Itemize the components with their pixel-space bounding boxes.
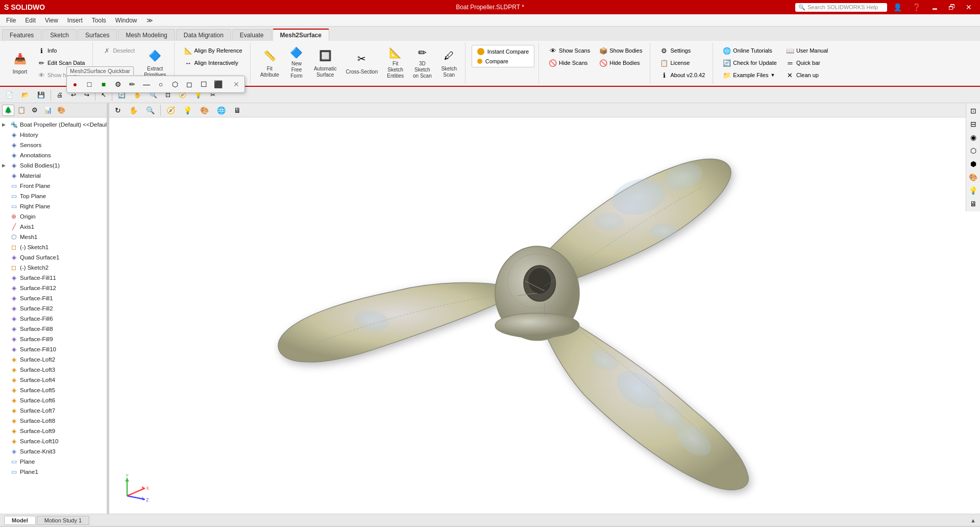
- check-update-button[interactable]: 🔄 Check for Update: [719, 57, 780, 68]
- qb-settings[interactable]: ⚙: [112, 78, 124, 90]
- tree-item-5[interactable]: ▭ Front Plane: [0, 181, 107, 191]
- view-tab-scene[interactable]: 💡: [968, 185, 979, 196]
- fm-tab-property[interactable]: 📋: [15, 105, 28, 116]
- menu-tools[interactable]: Tools: [88, 16, 110, 25]
- vt-pan[interactable]: ✋: [126, 105, 141, 116]
- qb-square[interactable]: ◻: [183, 78, 195, 90]
- vt-display[interactable]: 💡: [180, 105, 195, 116]
- tree-item-16[interactable]: ◈ Surface-Fill1: [0, 293, 107, 303]
- tree-item-29[interactable]: ◈ Surface-Loft9: [0, 426, 107, 436]
- view-tab-hidden[interactable]: ⊟: [968, 118, 979, 130]
- show-scans-button[interactable]: 👁 Show Scans: [545, 45, 594, 56]
- fit-sketch-button[interactable]: 📐 FitSketchEntities: [383, 45, 407, 81]
- qb-solid[interactable]: ⬛: [212, 78, 224, 90]
- tree-item-32[interactable]: ▭ Plane: [0, 457, 107, 467]
- import-button[interactable]: 📥 Import: [8, 45, 32, 81]
- instant-compare-button[interactable]: Instant Compare: [475, 47, 531, 56]
- qb-green[interactable]: ■: [97, 78, 110, 90]
- qb-circle[interactable]: ○: [155, 78, 167, 90]
- qb-line[interactable]: —: [140, 78, 153, 90]
- toolbar-print[interactable]: 🖨: [53, 90, 66, 100]
- qb-box3d[interactable]: ☐: [198, 78, 210, 90]
- tree-item-1[interactable]: ◈ Sensors: [0, 140, 107, 150]
- menu-insert[interactable]: Insert: [63, 16, 87, 25]
- tab-mesh-modeling[interactable]: Mesh Modeling: [118, 29, 175, 41]
- view-tab-display[interactable]: 🖥: [968, 198, 979, 209]
- tree-item-8[interactable]: ⊕ Origin: [0, 211, 107, 222]
- bottom-tab-motion[interactable]: Motion Study 1: [37, 516, 89, 525]
- tree-item-24[interactable]: ◈ Surface-Loft4: [0, 375, 107, 385]
- fm-tab-config[interactable]: ⚙: [29, 105, 41, 116]
- automatic-surface-button[interactable]: 🔲 AutomaticSurface: [310, 45, 340, 81]
- tree-item-23[interactable]: ◈ Surface-Loft3: [0, 365, 107, 375]
- online-tutorials-button[interactable]: 🌐 Online Tutorials: [719, 45, 780, 56]
- toolbar-open[interactable]: 📂: [18, 90, 33, 100]
- settings-button[interactable]: ⚙ Settings: [656, 45, 708, 56]
- quick-bar-button[interactable]: ═ Quick bar: [782, 57, 831, 68]
- menu-window[interactable]: Window: [111, 16, 141, 25]
- view-tab-normal[interactable]: ⊡: [968, 105, 979, 116]
- show-bodies-button[interactable]: 📦 Show Bodies: [596, 45, 646, 56]
- vt-scene[interactable]: 🌐: [213, 105, 229, 116]
- tree-item-31[interactable]: ◈ Surface-Knit3: [0, 446, 107, 457]
- tree-item-14[interactable]: ◈ Surface-Fill11: [0, 273, 107, 283]
- tree-item-30[interactable]: ◈ Surface-Loft10: [0, 436, 107, 446]
- tree-item-15[interactable]: ◈ Surface-Fill12: [0, 283, 107, 293]
- tree-root[interactable]: ▶ 🔩 Boat Propeller (Default) <<Default>_…: [0, 119, 107, 130]
- qb-pen[interactable]: ✏: [126, 78, 138, 90]
- restore-button[interactable]: 🗗: [944, 2, 960, 12]
- user-icon[interactable]: 👤: [889, 2, 906, 12]
- fm-tab-tree[interactable]: 🌲: [2, 105, 14, 116]
- vt-zoom[interactable]: 🔍: [142, 105, 158, 116]
- close-button[interactable]: ✕: [962, 2, 976, 12]
- tab-evaluate[interactable]: Evaluate: [232, 29, 272, 41]
- fit-attribute-button[interactable]: 📏 FitAttribute: [257, 45, 283, 81]
- sketch-scan-button[interactable]: 🖊 SketchScan: [437, 45, 461, 81]
- tab-mesh2surface[interactable]: Mesh2Surface: [273, 29, 329, 41]
- vt-rotate[interactable]: ↻: [111, 105, 125, 116]
- menu-file[interactable]: File: [2, 16, 20, 25]
- compare-button[interactable]: Compare: [475, 57, 531, 65]
- tree-item-18[interactable]: ◈ Surface-Fill6: [0, 314, 107, 324]
- clean-up-button[interactable]: ✕ Clean up: [782, 69, 831, 81]
- license-button[interactable]: 📋 License: [656, 57, 708, 68]
- about-button[interactable]: ℹ About v2.0.42: [656, 69, 708, 81]
- tree-item-10[interactable]: ⬡ Mesh1: [0, 232, 107, 242]
- tree-item-22[interactable]: ◈ Surface-Loft2: [0, 354, 107, 365]
- tree-item-13[interactable]: ◻ (-) Sketch2: [0, 262, 107, 273]
- tab-data-migration[interactable]: Data Migration: [176, 29, 231, 41]
- align-by-ref-button[interactable]: 📐 Align By Reference: [181, 45, 246, 56]
- viewport[interactable]: ↻ ✋ 🔍 🧭 💡 🎨 🌐 🖥: [109, 103, 980, 514]
- vt-appear[interactable]: 🎨: [197, 105, 212, 116]
- vt-view[interactable]: 🖥: [230, 105, 244, 116]
- tree-item-20[interactable]: ◈ Surface-Fill9: [0, 334, 107, 344]
- menu-more[interactable]: ≫: [142, 16, 157, 25]
- align-interactive-button[interactable]: ↔ Align Interactively: [181, 57, 246, 68]
- minimize-button[interactable]: 🗕: [927, 2, 942, 12]
- tree-item-26[interactable]: ◈ Surface-Loft6: [0, 395, 107, 405]
- hide-scans-button[interactable]: 🚫 Hide Scans: [545, 57, 594, 68]
- tree-item-11[interactable]: ◻ (-) Sketch1: [0, 242, 107, 252]
- tree-item-2[interactable]: ◈ Annotations: [0, 150, 107, 160]
- view-tab-shaded[interactable]: ◉: [968, 132, 979, 143]
- qb-close[interactable]: ✕: [230, 78, 242, 90]
- tree-item-17[interactable]: ◈ Surface-Fill2: [0, 303, 107, 314]
- qb-hex[interactable]: ⬡: [169, 78, 181, 90]
- tab-surfaces[interactable]: Surfaces: [78, 29, 117, 41]
- fm-tab-dmt[interactable]: 📊: [42, 105, 54, 116]
- tree-item-4[interactable]: ◈ Material: [0, 171, 107, 181]
- menu-view[interactable]: View: [41, 16, 62, 25]
- help-icon[interactable]: ❓: [908, 2, 925, 12]
- tree-item-7[interactable]: ▭ Right Plane: [0, 201, 107, 211]
- tree-item-9[interactable]: ╱ Axis1: [0, 222, 107, 232]
- qb-white[interactable]: □: [83, 78, 95, 90]
- tree-item-21[interactable]: ◈ Surface-Fill10: [0, 344, 107, 354]
- hide-bodies-button[interactable]: 🚫 Hide Bodies: [596, 57, 646, 68]
- tree-item-19[interactable]: ◈ Surface-Fill8: [0, 324, 107, 334]
- toolbar-new[interactable]: 📄: [2, 90, 17, 100]
- info-button[interactable]: ℹ Info: [34, 45, 88, 56]
- 3d-sketch-button[interactable]: ✏ 3DSketchon Scan: [409, 45, 435, 81]
- search-bar[interactable]: 🔍 Search SOLIDWORKS Help: [795, 3, 887, 12]
- fm-tab-appear[interactable]: 🎨: [55, 105, 67, 116]
- view-tab-edges[interactable]: ⬡: [968, 145, 979, 156]
